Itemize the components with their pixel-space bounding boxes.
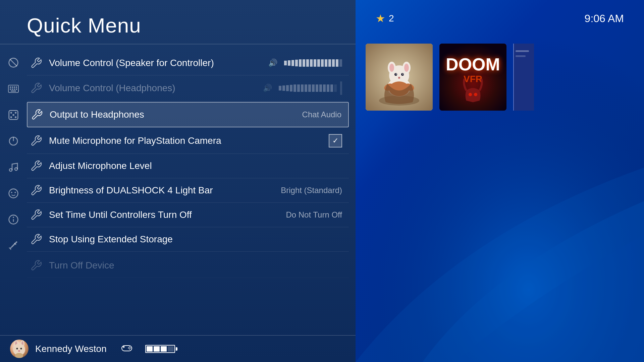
menu-item-mute-mic[interactable]: Mute Microphone for PlayStation Camera ✓ bbox=[27, 128, 349, 154]
svg-rect-11 bbox=[11, 90, 16, 92]
content-area: Volume Control (Speaker for Controller) … bbox=[0, 48, 356, 335]
svg-point-52 bbox=[389, 64, 394, 72]
power-icon bbox=[8, 136, 19, 146]
svg-point-66 bbox=[474, 93, 477, 96]
svg-text:VFR: VFR bbox=[464, 74, 482, 84]
extended-storage-label: Stop Using Extended Storage bbox=[49, 234, 342, 245]
music-icon bbox=[8, 162, 19, 173]
mute-mic-label: Mute Microphone for PlayStation Camera bbox=[49, 135, 329, 146]
top-bar-right: ★ 2 9:06 AM bbox=[356, 0, 644, 37]
battery-indicator bbox=[145, 345, 177, 353]
menu-item-adjust-mic[interactable]: Adjust Microphone Level bbox=[27, 154, 349, 178]
wrench-icon bbox=[30, 57, 42, 69]
svg-point-65 bbox=[469, 93, 472, 96]
battery-tip bbox=[176, 347, 177, 351]
gamepad-icon-svg bbox=[120, 344, 133, 352]
volume-headphones-bar: 🔊 bbox=[263, 84, 337, 93]
menu-list: Volume Control (Speaker for Controller) … bbox=[27, 48, 356, 335]
volume-speaker-bar: 🔊 bbox=[268, 59, 342, 67]
svg-point-17 bbox=[15, 116, 16, 118]
svg-point-34 bbox=[16, 348, 18, 350]
svg-point-22 bbox=[9, 189, 18, 198]
adjust-mic-label: Adjust Microphone Level bbox=[49, 161, 342, 171]
wrench-icon-mute bbox=[30, 135, 42, 147]
keyboard-icon bbox=[8, 83, 19, 94]
avatar-image bbox=[10, 340, 29, 358]
sidebar-icon-keyboard[interactable] bbox=[5, 80, 22, 97]
sidebar-icon-dice[interactable] bbox=[5, 107, 22, 123]
svg-rect-5 bbox=[14, 86, 15, 88]
wrench-icon-output bbox=[31, 109, 43, 121]
svg-rect-8 bbox=[12, 88, 13, 90]
left-panel: Quick Menu bbox=[0, 0, 356, 362]
svg-point-36 bbox=[18, 350, 20, 352]
sidebar-icon-face[interactable] bbox=[5, 185, 22, 202]
svg-rect-67 bbox=[514, 44, 534, 111]
svg-point-15 bbox=[12, 114, 14, 116]
sidebar-icon-brush[interactable] bbox=[5, 237, 22, 254]
svg-rect-3 bbox=[10, 86, 11, 88]
svg-rect-7 bbox=[10, 88, 11, 90]
output-headphones-value: Chat Audio bbox=[302, 110, 341, 119]
svg-point-24 bbox=[14, 192, 16, 193]
wrench-icon-storage bbox=[30, 233, 42, 245]
wrench-icon-headphones bbox=[30, 82, 42, 94]
svg-point-20 bbox=[9, 169, 12, 171]
svg-point-16 bbox=[10, 116, 12, 118]
avatar-svg bbox=[10, 340, 29, 358]
svg-point-58 bbox=[398, 77, 400, 79]
menu-item-extended-storage[interactable]: Stop Using Extended Storage bbox=[27, 227, 349, 252]
face-icon bbox=[8, 188, 19, 199]
sidebar-icon-music[interactable] bbox=[5, 159, 22, 176]
wrench-icon-time bbox=[30, 209, 42, 221]
menu-item-brightness[interactable]: Brightness of DUALSHOCK 4 Light Bar Brig… bbox=[27, 178, 349, 203]
menu-item-output-headphones[interactable]: Output to Headphones Chat Audio bbox=[27, 102, 349, 127]
svg-point-23 bbox=[11, 192, 12, 193]
bottom-bar: Kennedy Weston bbox=[0, 335, 356, 362]
sidebar-icon-info[interactable] bbox=[5, 211, 22, 228]
wrench-icon-brightness bbox=[30, 184, 42, 196]
doom-thumbnail: DOOM VFR bbox=[439, 44, 506, 111]
battery-seg-1 bbox=[147, 346, 153, 352]
menu-item-volume-headphones[interactable]: Volume Control (Headphones) 🔊 bbox=[27, 75, 349, 101]
battery-seg-4 bbox=[168, 346, 174, 352]
output-headphones-label: Output to Headphones bbox=[50, 109, 302, 120]
moss-thumbnail bbox=[366, 44, 433, 111]
svg-point-13 bbox=[10, 112, 12, 114]
sidebar-icon-power[interactable] bbox=[5, 133, 22, 149]
game-thumb-partial[interactable] bbox=[513, 44, 533, 111]
svg-rect-4 bbox=[12, 86, 13, 88]
moss-thumbnail-svg bbox=[366, 44, 433, 111]
volume-speaker-label: Volume Control (Speaker for Controller) bbox=[49, 58, 268, 68]
sidebar-icon-no-entry[interactable] bbox=[5, 54, 22, 71]
time-display: 9:06 AM bbox=[585, 12, 624, 25]
menu-item-controller-timeout[interactable]: Set Time Until Controllers Turn Off Do N… bbox=[27, 203, 349, 227]
brush-icon bbox=[8, 240, 19, 251]
title-area: Quick Menu bbox=[0, 0, 356, 44]
svg-point-27 bbox=[13, 217, 14, 218]
battery-seg-2 bbox=[154, 346, 160, 352]
mute-mic-checkbox[interactable]: ✓ bbox=[329, 134, 342, 147]
svg-point-14 bbox=[15, 112, 16, 114]
menu-item-volume-speaker[interactable]: Volume Control (Speaker for Controller) … bbox=[27, 51, 349, 75]
svg-rect-68 bbox=[516, 50, 529, 52]
right-panel: ★ 2 9:06 AM bbox=[356, 0, 644, 362]
doom-thumbnail-svg: DOOM VFR bbox=[439, 44, 506, 111]
wrench-icon-adjust bbox=[30, 160, 42, 172]
svg-rect-40 bbox=[123, 346, 124, 348]
menu-item-turn-off[interactable]: Turn Off Device bbox=[27, 253, 349, 278]
game-thumb-moss[interactable] bbox=[366, 44, 433, 111]
svg-point-56 bbox=[396, 74, 397, 75]
volume-bar-container bbox=[284, 59, 342, 67]
svg-point-57 bbox=[402, 74, 404, 75]
svg-point-53 bbox=[404, 64, 409, 72]
svg-point-41 bbox=[129, 346, 130, 347]
svg-rect-9 bbox=[14, 88, 15, 90]
game-thumb-doom[interactable]: DOOM VFR bbox=[439, 44, 506, 111]
partial-thumb-svg bbox=[514, 44, 534, 111]
controller-icon bbox=[120, 343, 133, 355]
svg-rect-6 bbox=[16, 86, 17, 88]
svg-point-44 bbox=[129, 348, 130, 349]
no-entry-icon bbox=[8, 57, 19, 68]
brightness-label: Brightness of DUALSHOCK 4 Light Bar bbox=[49, 185, 281, 196]
